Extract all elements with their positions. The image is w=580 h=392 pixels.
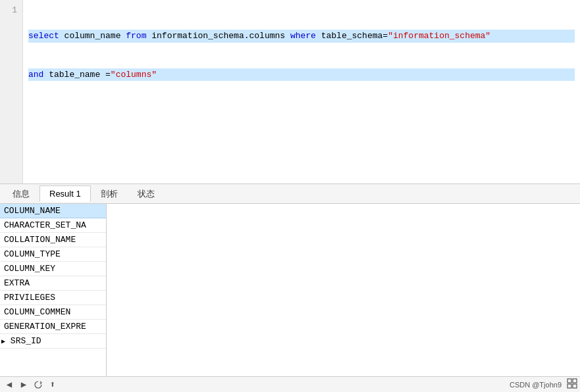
results-area: COLUMN_NAME CHARACTER_SET_NA COLLATION_N… bbox=[0, 204, 580, 376]
svg-rect-0 bbox=[567, 379, 571, 383]
refresh-icon bbox=[34, 380, 43, 389]
cell-srs-id: ▶ SRS_ID bbox=[0, 334, 106, 349]
tab-result1[interactable]: Result 1 bbox=[40, 185, 91, 202]
line-numbers: 1 bbox=[0, 0, 23, 184]
string-information-schema: "information_schema" bbox=[388, 31, 490, 41]
table-row[interactable]: PRIVILEGES bbox=[0, 291, 106, 305]
tab-info[interactable]: 信息 bbox=[3, 185, 40, 203]
table-row[interactable]: GENERATION_EXPRE bbox=[0, 320, 106, 334]
tabs-bar: 信息 Result 1 剖析 状态 bbox=[0, 184, 580, 204]
keyword-and: and bbox=[28, 70, 43, 80]
tab-analysis[interactable]: 剖析 bbox=[91, 185, 128, 203]
bottom-toolbar: ◀ ▶ ⬆ CSDN @Tjohn9 bbox=[0, 376, 580, 392]
header-column-name: COLUMN_NAME bbox=[0, 204, 106, 218]
string-columns: "columns" bbox=[111, 70, 157, 80]
table-row[interactable]: COLUMN_KEY bbox=[0, 262, 106, 276]
keyword-from: from bbox=[126, 31, 146, 41]
cell-column-comment: COLUMN_COMMEN bbox=[0, 305, 106, 320]
toolbar-refresh-button[interactable] bbox=[32, 378, 45, 391]
row-arrow-icon: ▶ bbox=[1, 338, 5, 345]
identifier-table-schema: table_schema= bbox=[316, 31, 388, 41]
result-table-container: COLUMN_NAME CHARACTER_SET_NA COLLATION_N… bbox=[0, 204, 107, 376]
line-number-1: 1 bbox=[5, 5, 17, 15]
table-row[interactable]: COLUMN_TYPE bbox=[0, 247, 106, 262]
empty-results-pane bbox=[107, 204, 580, 376]
toolbar-next-button[interactable]: ▶ bbox=[17, 378, 30, 391]
cell-character-set-name: CHARACTER_SET_NA bbox=[0, 218, 106, 233]
toolbar-up-button[interactable]: ⬆ bbox=[46, 378, 59, 391]
keyword-select: select bbox=[28, 31, 59, 41]
cell-privileges: PRIVILEGES bbox=[0, 291, 106, 305]
table-row[interactable]: COLLATION_NAME bbox=[0, 233, 106, 247]
table-row[interactable]: CHARACTER_SET_NA bbox=[0, 218, 106, 233]
result-table: COLUMN_NAME CHARACTER_SET_NA COLLATION_N… bbox=[0, 204, 106, 349]
svg-rect-3 bbox=[573, 384, 577, 388]
editor-area: 1 select column_name from information_sc… bbox=[0, 0, 580, 184]
grid-icon bbox=[567, 378, 577, 389]
toolbar-prev-button[interactable]: ◀ bbox=[3, 378, 16, 391]
tab-status[interactable]: 状态 bbox=[128, 185, 165, 203]
table-header-row: COLUMN_NAME bbox=[0, 204, 106, 218]
cell-column-key: COLUMN_KEY bbox=[0, 262, 106, 276]
code-line-2: and table_name ="columns" bbox=[28, 68, 575, 82]
table-row-arrow[interactable]: ▶ SRS_ID bbox=[0, 334, 106, 349]
identifier-table-name: table_name = bbox=[43, 70, 110, 80]
table-row[interactable]: COLUMN_COMMEN bbox=[0, 305, 106, 320]
cell-column-type: COLUMN_TYPE bbox=[0, 247, 106, 262]
cell-collation-name: COLLATION_NAME bbox=[0, 233, 106, 247]
keyword-where: where bbox=[290, 31, 316, 41]
table-row[interactable]: EXTRA bbox=[0, 276, 106, 291]
code-content[interactable]: select column_name from information_sche… bbox=[23, 0, 580, 184]
svg-rect-1 bbox=[573, 379, 577, 383]
cell-generation-expr: GENERATION_EXPRE bbox=[0, 320, 106, 334]
identifier-table: information_schema.columns bbox=[146, 31, 290, 41]
svg-rect-2 bbox=[567, 384, 571, 388]
code-line-1: select column_name from information_sche… bbox=[28, 30, 575, 43]
grid-view-icon[interactable] bbox=[567, 378, 577, 391]
identifier-column-name: column_name bbox=[59, 31, 126, 41]
cell-extra: EXTRA bbox=[0, 276, 106, 291]
status-text: CSDN @Tjohn9 bbox=[510, 381, 562, 389]
